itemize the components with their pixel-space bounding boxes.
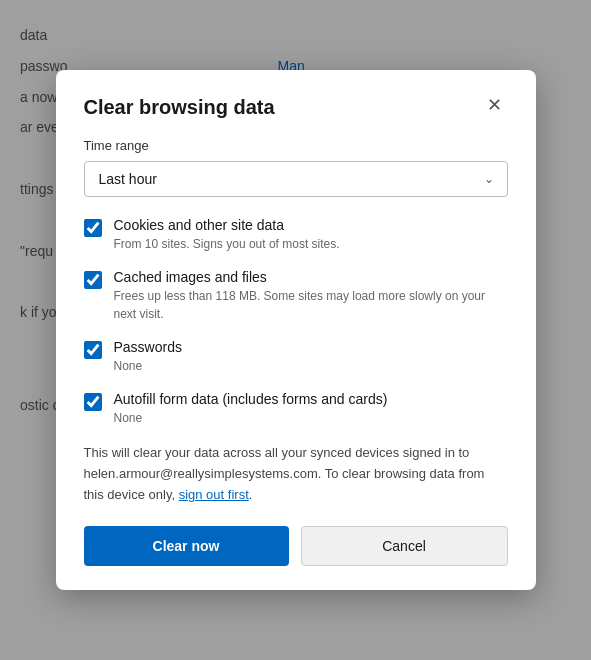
time-range-select[interactable]: Last hour Last 24 hours Last 7 days Last… [84, 161, 508, 197]
cache-desc: Frees up less than 118 MB. Some sites ma… [114, 287, 504, 323]
autofill-desc: None [114, 409, 388, 427]
passwords-checkbox[interactable] [84, 341, 102, 359]
passwords-text: Passwords None [114, 339, 182, 375]
cache-checkbox[interactable] [84, 271, 102, 289]
clear-browsing-data-dialog: Clear browsing data ✕ Time range Last ho… [56, 70, 536, 589]
sync-notice: This will clear your data across all you… [84, 443, 508, 505]
sign-out-link[interactable]: sign out first [179, 487, 249, 502]
sync-notice-text: This will clear your data across all you… [84, 445, 485, 502]
cache-text: Cached images and files Frees up less th… [114, 269, 504, 323]
passwords-desc: None [114, 357, 182, 375]
cookies-checkbox-wrapper [84, 219, 102, 240]
cancel-button[interactable]: Cancel [301, 526, 508, 566]
cookies-checkbox[interactable] [84, 219, 102, 237]
sync-notice-period: . [249, 487, 253, 502]
checkbox-item-cache: Cached images and files Frees up less th… [84, 269, 504, 323]
time-range-wrapper: Last hour Last 24 hours Last 7 days Last… [84, 161, 508, 197]
passwords-checkbox-wrapper [84, 341, 102, 362]
dialog-title: Clear browsing data [84, 94, 275, 120]
autofill-checkbox[interactable] [84, 393, 102, 411]
dialog-footer: Clear now Cancel [84, 526, 508, 566]
checkbox-item-passwords: Passwords None [84, 339, 504, 375]
time-range-label: Time range [84, 138, 508, 153]
checkbox-item-autofill: Autofill form data (includes forms and c… [84, 391, 504, 427]
cache-checkbox-wrapper [84, 271, 102, 292]
cookies-text: Cookies and other site data From 10 site… [114, 217, 340, 253]
cookies-desc: From 10 sites. Signs you out of most sit… [114, 235, 340, 253]
checkbox-item-cookies: Cookies and other site data From 10 site… [84, 217, 504, 253]
dialog-header: Clear browsing data ✕ [84, 94, 508, 120]
passwords-label: Passwords [114, 339, 182, 355]
options-scroll-area: Cookies and other site data From 10 site… [84, 217, 508, 427]
autofill-text: Autofill form data (includes forms and c… [114, 391, 388, 427]
clear-now-button[interactable]: Clear now [84, 526, 289, 566]
autofill-label: Autofill form data (includes forms and c… [114, 391, 388, 407]
close-button[interactable]: ✕ [481, 94, 508, 116]
modal-overlay: Clear browsing data ✕ Time range Last ho… [0, 0, 591, 660]
autofill-checkbox-wrapper [84, 393, 102, 414]
cookies-label: Cookies and other site data [114, 217, 340, 233]
cache-label: Cached images and files [114, 269, 504, 285]
